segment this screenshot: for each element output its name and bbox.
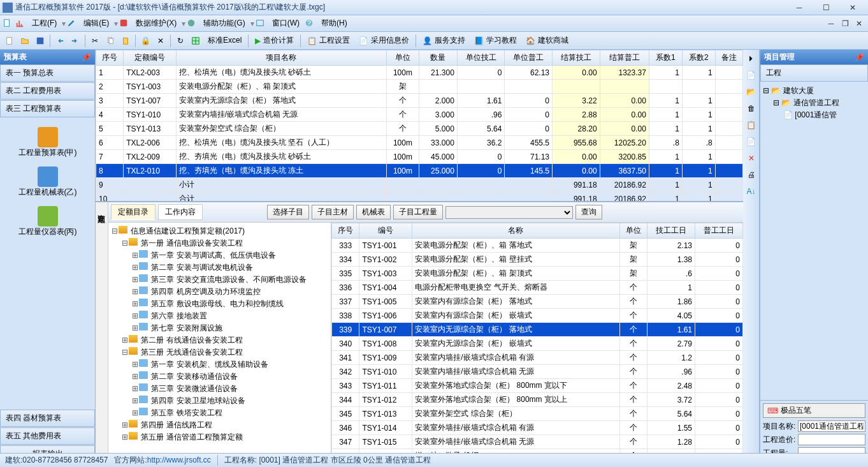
aux-icon[interactable] bbox=[187, 19, 197, 29]
table-row[interactable]: 333TSY1-001安装电源分配架（柜）、箱 落地式架2.130 bbox=[332, 239, 743, 253]
tree-chapter[interactable]: ⊞ 第二章 安装移动通信设备 bbox=[111, 371, 328, 383]
rt-new[interactable]: 📄 bbox=[745, 69, 758, 82]
tb-calc[interactable]: ▶造价计算 bbox=[251, 34, 298, 47]
table-row[interactable]: 341TSY1-009安装室内墙挂/嵌墙式综合机箱 有源个1.20 bbox=[332, 351, 743, 365]
tree-pane[interactable]: ⊟ 信息通信建设工程预算定额(2017)⊟ 第一册 通信电源设备安装工程⊞ 第一… bbox=[108, 223, 331, 463]
proj-root[interactable]: 工程 bbox=[760, 64, 868, 82]
nav-item[interactable]: 表三 工程预算表 bbox=[0, 100, 95, 117]
detail-grid[interactable]: 序号编号名称单位技工工日普工工日333TSY1-001安装电源分配架（柜）、箱 … bbox=[331, 223, 743, 463]
tb-save[interactable] bbox=[33, 34, 47, 48]
tree-volume[interactable]: ⊟ 第一册 通信电源设备安装工程 bbox=[111, 237, 328, 249]
tree-volume[interactable]: ⊞ 第四册 通信线路工程 bbox=[111, 419, 328, 431]
proj-name-input[interactable] bbox=[798, 420, 865, 432]
tree-chapter[interactable]: ⊞ 第三章 安装微波通信设备 bbox=[111, 383, 328, 395]
chart-icon[interactable] bbox=[15, 19, 25, 29]
col-header[interactable]: 单位技工 bbox=[457, 50, 505, 66]
ime-bar[interactable]: ⌨极品五笔 bbox=[763, 403, 865, 418]
table-row[interactable]: 346TSY1-014安装室外墙挂/嵌墙式综合机箱 有源个1.550 bbox=[332, 421, 743, 435]
table-row[interactable]: 5TSY1-013安装室外架空式 综合架（柜）个5.0005.64028.200… bbox=[96, 122, 743, 136]
tab-catalog[interactable]: 定额目录 bbox=[111, 204, 156, 220]
tb-open[interactable] bbox=[18, 34, 32, 48]
btn-machine[interactable]: 机械表 bbox=[356, 205, 391, 219]
tb-info[interactable]: 📄采用信息价 bbox=[355, 34, 413, 47]
col-header[interactable]: 编号 bbox=[359, 223, 412, 239]
nav-icon-item[interactable]: 工程量仪器表(丙) bbox=[16, 204, 80, 240]
top-grid[interactable]: 序号定额编号项目名称单位数量单位技工单位普工结算技工结算普工系数1系数2备注1T… bbox=[96, 50, 743, 202]
menu-aux[interactable]: 辅助功能(G) bbox=[199, 17, 249, 30]
tree-volume[interactable]: ⊞ 第二册 有线通信设备安装工程 bbox=[111, 334, 328, 346]
table-row[interactable]: 345TSY1-013安装室外架空式 综合架（柜）个5.640 bbox=[332, 407, 743, 421]
table-row[interactable]: 8TXL2-010挖、夯填光（电）缆沟及接头坑 冻土100m25.0000145… bbox=[96, 164, 743, 178]
table-row[interactable]: 335TSY1-003安装电源分配架（柜）、箱 架顶式架.60 bbox=[332, 267, 743, 281]
table-row[interactable]: 336TSY1-004电源分配柜带电更换空 气开关、熔断器个10 bbox=[332, 281, 743, 295]
tree-chapter[interactable]: ⊞ 第五章 铁塔安装工程 bbox=[111, 407, 328, 419]
tree-chapter[interactable]: ⊞ 第四章 机房空调及动力环境监控 bbox=[111, 286, 328, 298]
tree-chapter[interactable]: ⊞ 第六章 接地装置 bbox=[111, 310, 328, 322]
tb-support[interactable]: 👤服务支持 bbox=[419, 34, 469, 47]
rt-copy[interactable]: 📋 bbox=[745, 119, 758, 131]
rt-close[interactable]: ✕ bbox=[745, 152, 758, 165]
table-row[interactable]: 7TXL2-009挖、夯填光（电）缆沟及接头坑 砂砾土100m45.000071… bbox=[96, 150, 743, 164]
tree-chapter[interactable]: ⊞ 第一章 安装与调试高、低压供电设备 bbox=[111, 249, 328, 262]
tab-work[interactable]: 工作内容 bbox=[158, 204, 203, 220]
col-header[interactable]: 名称 bbox=[412, 223, 620, 239]
tb-mall[interactable]: 🏠建软商城 bbox=[522, 34, 572, 47]
table-row[interactable]: 337TSY1-005安装室内有源综合架（柜） 落地式个1.860 bbox=[332, 295, 743, 309]
table-row[interactable]: 1TXL2-003挖、松填光（电）缆沟及接头坑 砂砾土100m21.300062… bbox=[96, 66, 743, 80]
btn-query[interactable]: 查询 bbox=[575, 205, 602, 219]
rt-del[interactable]: 🗑 bbox=[745, 102, 758, 115]
nav-item[interactable]: 表五 其他费用表 bbox=[0, 427, 95, 445]
col-header[interactable]: 定额编号 bbox=[124, 50, 176, 66]
tb-redo[interactable] bbox=[68, 34, 82, 48]
btn-qty[interactable]: 子目工程量 bbox=[393, 205, 443, 219]
mdi-close[interactable]: ✕ bbox=[853, 17, 865, 30]
table-row[interactable]: 9小计991.1820186.9211 bbox=[96, 178, 743, 192]
col-header[interactable]: 结算普工 bbox=[600, 50, 649, 66]
rt-sort[interactable]: A↓ bbox=[745, 185, 758, 198]
col-header[interactable]: 单位 bbox=[386, 50, 419, 66]
btn-main-material[interactable]: 子目主材 bbox=[312, 205, 354, 219]
edit-icon[interactable] bbox=[67, 19, 77, 29]
rt-paste[interactable]: 📄 bbox=[745, 135, 758, 148]
col-header[interactable]: 序号 bbox=[332, 223, 359, 239]
col-header[interactable]: 单位普工 bbox=[505, 50, 553, 66]
tb-copy[interactable] bbox=[103, 34, 117, 48]
nav-item[interactable]: 表一 预算总表 bbox=[0, 64, 95, 82]
nav-icon-item[interactable]: 工程量机械表(乙) bbox=[16, 164, 80, 200]
tb-new[interactable] bbox=[3, 34, 17, 48]
rt-open[interactable]: 📂 bbox=[745, 85, 758, 98]
nav-item[interactable]: 表四 器材预算表 bbox=[0, 410, 95, 427]
col-header[interactable]: 普工工日 bbox=[695, 223, 743, 239]
col-header[interactable]: 数量 bbox=[419, 50, 458, 66]
btn-select-item[interactable]: 选择子目 bbox=[267, 205, 309, 219]
table-row[interactable]: 6TXL2-006挖、松填光（电）缆沟及接头坑 坚石（人工）100m33.000… bbox=[96, 136, 743, 150]
table-row[interactable]: 334TSY1-002安装电源分配架（柜）、箱 壁挂式架1.380 bbox=[332, 253, 743, 267]
tb-paste[interactable] bbox=[119, 34, 133, 48]
tb-settings[interactable]: 📋工程设置 bbox=[303, 34, 354, 47]
table-row[interactable]: 344TSY1-012安装室外落地式综合架（柜） 800mm 宽以上个3.720 bbox=[332, 393, 743, 407]
minimize-button[interactable]: ─ bbox=[786, 1, 812, 14]
menu-edit[interactable]: 编辑(E) bbox=[80, 17, 113, 30]
tb-lock[interactable]: 🔒 bbox=[138, 34, 152, 48]
window-icon[interactable] bbox=[256, 19, 266, 29]
site-link[interactable]: http://www.jrsoft.cc bbox=[147, 456, 211, 464]
table-row[interactable]: 3TSY1-007安装室内无源综合架（柜） 落地式个2.0001.6103.22… bbox=[96, 94, 743, 108]
tree-chapter[interactable]: ⊞ 第五章 敷设电源母线、电力和控制缆线 bbox=[111, 298, 328, 310]
tree-chapter[interactable]: ⊞ 第二章 安装与调试发电机设备 bbox=[111, 262, 328, 274]
col-header[interactable]: 系数1 bbox=[649, 50, 682, 66]
table-row[interactable]: 338TSY1-006安装室内有源综合架（柜） 嵌墙式个4.050 bbox=[332, 309, 743, 323]
nav-item[interactable]: 表二 工程费用表 bbox=[0, 82, 95, 100]
tb-grid[interactable] bbox=[189, 34, 203, 48]
table-row[interactable]: 2TSY1-003安装电源分配架（柜）、箱 架顶式架 bbox=[96, 80, 743, 94]
col-header[interactable]: 序号 bbox=[96, 50, 124, 66]
col-header[interactable]: 备注 bbox=[715, 50, 742, 66]
close-button[interactable]: ✕ bbox=[840, 1, 865, 14]
table-row[interactable]: 339TSY1-007安装室内无源综合架（柜） 落地式个1.610 bbox=[332, 323, 743, 337]
table-row[interactable]: 10合计991.1820186.9211 bbox=[96, 192, 743, 203]
tb-undo[interactable] bbox=[53, 34, 67, 48]
tb-excel[interactable]: 标准Excel bbox=[204, 34, 245, 47]
rt-print[interactable]: 🖨 bbox=[745, 168, 758, 181]
tree-chapter[interactable]: ⊞ 第一章 安装机架、缆线及辅助设备 bbox=[111, 359, 328, 371]
proj-price-input[interactable] bbox=[798, 434, 865, 445]
menu-help[interactable]: 帮助(H) bbox=[317, 17, 351, 30]
